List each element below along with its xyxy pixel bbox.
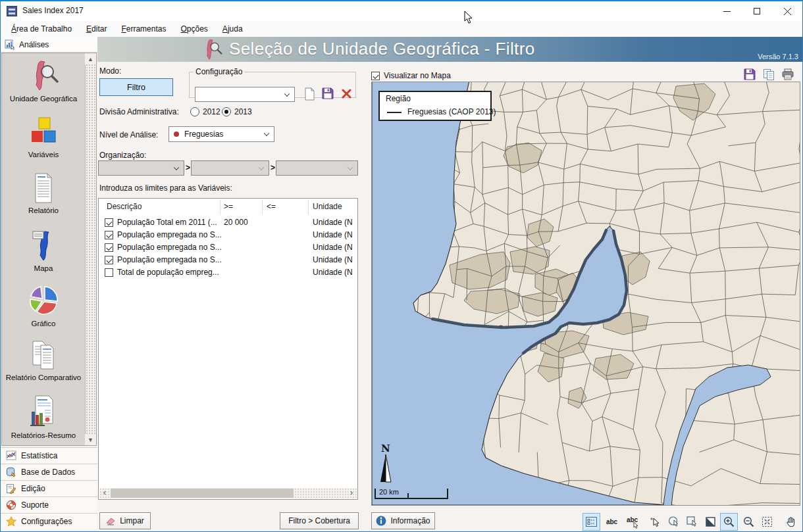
sidebar-scroll-down-arrow[interactable]: ▼ (85, 434, 96, 445)
sidebar-item-relatorio-label[interactable]: Relatório (2, 206, 85, 214)
tool-legend-toggle[interactable] (583, 513, 600, 531)
sidebar-item-variaveis-label[interactable]: Variáveis (2, 151, 85, 158)
nav-configuracoes[interactable]: Configurações (1, 513, 97, 529)
map-viewport[interactable]: Região Freguesias (CAOP 2013) N 20 km (371, 82, 800, 506)
table-row[interactable]: População Total em 2011 (... 20 000 Unid… (99, 216, 357, 229)
map-save-button[interactable] (742, 67, 757, 82)
sidebar-scroll-up-arrow[interactable]: ▲ (85, 53, 96, 64)
sidebar-item-grafico-label[interactable]: Gráfico (2, 320, 85, 327)
header-unidade[interactable]: Unidade (313, 202, 342, 211)
north-label: N (381, 443, 390, 454)
radio-2012[interactable] (190, 107, 199, 116)
organizacao-select-1[interactable] (98, 160, 184, 176)
visualizar-no-mapa-label[interactable]: Visualizar no Mapa (384, 71, 451, 80)
row-checkbox[interactable] (105, 268, 113, 277)
sidebar-item-grafico[interactable] (2, 285, 85, 318)
close-button[interactable] (772, 1, 802, 21)
table-horizontal-scrollbar[interactable]: ‹ › (99, 488, 357, 498)
map-copy-button[interactable] (762, 67, 776, 82)
tool-invert-selection[interactable] (702, 513, 719, 531)
header-le[interactable]: <= (267, 202, 276, 211)
visualizar-no-mapa-checkbox[interactable] (371, 72, 380, 80)
menu-opcoes[interactable]: Opções (175, 22, 213, 36)
tool-select-circle[interactable] (665, 513, 683, 531)
org-separator-1: > (186, 163, 190, 172)
tool-pan[interactable] (781, 513, 799, 531)
row-checkbox[interactable] (105, 218, 113, 227)
nivel-de-analise-select[interactable]: Freguesias (168, 126, 274, 142)
map-print-button[interactable] (781, 67, 795, 82)
maximize-button[interactable] (742, 1, 772, 21)
table-row[interactable]: População empregada no S... Unidade (N (99, 254, 357, 266)
nav-edicao[interactable]: Edição (1, 480, 97, 496)
circle-select-icon (668, 516, 679, 527)
analises-header[interactable]: Análises (1, 37, 97, 53)
table-row[interactable]: População empregada no S... Unidade (N (99, 229, 357, 241)
new-configuration-icon[interactable] (304, 87, 315, 101)
sidebar-scrollbar[interactable] (85, 53, 96, 445)
informacao-button[interactable]: Informação (371, 512, 435, 529)
scroll-right-arrow[interactable]: › (346, 488, 357, 498)
minimize-button[interactable] (712, 1, 742, 21)
menu-ferramentas[interactable]: Ferramentas (116, 22, 171, 36)
nivel-de-analise-value: Freguesias (184, 130, 223, 139)
sidebar-item-unidade-geografica-label[interactable]: Unidade Geográfica (2, 95, 85, 103)
tool-select-rectangle[interactable] (683, 513, 701, 531)
nav-suporte[interactable]: Suporte (1, 496, 97, 513)
sidebar-item-unidade-geografica[interactable] (2, 60, 85, 93)
row-checkbox[interactable] (105, 231, 113, 239)
sidebar-item-mapa-label[interactable]: Mapa (2, 264, 85, 272)
tool-zoom-extent[interactable] (758, 513, 776, 531)
scroll-left-arrow[interactable]: ‹ (99, 488, 110, 498)
organizacao-select-3[interactable] (276, 160, 358, 176)
pie-chart-icon (28, 285, 59, 318)
nav-estatistica[interactable]: Estatística (1, 447, 97, 464)
invert-icon (706, 517, 715, 527)
sidebar-item-mapa[interactable] (2, 229, 85, 262)
filtro-cobertura-button[interactable]: Filtro > Cobertura (280, 512, 359, 529)
menu-ajuda[interactable]: Ajuda (217, 22, 248, 36)
configuracao-select[interactable] (195, 87, 295, 102)
table-row[interactable]: Total de população empreg... Unidade (N (99, 266, 357, 279)
bottom-navigation: Estatística Base de Dados Edição Suporte… (1, 446, 97, 532)
header-ge[interactable]: >= (224, 202, 233, 211)
zoom-extent-icon (762, 516, 773, 527)
radio-2013[interactable] (222, 107, 231, 116)
radio-2012-label[interactable]: 2012 (203, 107, 220, 116)
map-portugal-icon (28, 229, 59, 262)
menu-editar[interactable]: Editar (81, 22, 112, 36)
organizacao-label: Organização: (99, 151, 146, 160)
sidebar-item-relatorio[interactable] (2, 172, 85, 205)
legend-list-icon (586, 517, 597, 527)
header-descricao[interactable]: Descrição (107, 202, 142, 211)
radio-2013-label[interactable]: 2013 (234, 107, 252, 116)
menu-area-de-trabalho[interactable]: Área de Trabalho (6, 22, 77, 36)
title-bar[interactable]: Sales Index 2017 (1, 1, 802, 21)
tool-zoom-out[interactable] (740, 513, 758, 531)
tool-zoom-in[interactable] (720, 513, 738, 531)
sidebar-item-relatorio-comparativo-label[interactable]: Relatório Comparativo (2, 374, 85, 381)
scrollbar-thumb[interactable] (111, 489, 294, 498)
sidebar-item-variaveis[interactable] (2, 116, 85, 149)
sidebar-item-relatorios-resumo[interactable] (2, 395, 85, 429)
informacao-label: Informação (390, 516, 430, 525)
sidebar-item-relatorios-resumo-label[interactable]: Relatórios-Resumo (2, 431, 85, 439)
table-row[interactable]: População empregada no S... Unidade (N (99, 241, 357, 254)
variables-table: Descrição >= <= Unidade População Total … (98, 198, 358, 500)
tool-labels[interactable]: abc (603, 513, 621, 531)
islet (499, 325, 503, 327)
row-checkbox[interactable] (105, 243, 113, 252)
tool-select-feature[interactable] (646, 513, 664, 531)
chevron-down-icon (259, 164, 264, 170)
filtro-mode-button[interactable]: Filtro (99, 78, 173, 96)
map-canvas[interactable] (372, 82, 800, 505)
limpar-button[interactable]: Limpar (99, 512, 151, 529)
delete-configuration-icon[interactable] (342, 89, 351, 99)
tool-label-select[interactable]: abc (623, 513, 641, 531)
org-separator-2: > (271, 163, 275, 172)
save-configuration-icon[interactable] (322, 87, 334, 99)
sidebar-item-relatorio-comparativo[interactable] (2, 339, 85, 372)
organizacao-select-2[interactable] (191, 160, 269, 176)
row-checkbox[interactable] (105, 256, 113, 264)
nav-base-de-dados[interactable]: Base de Dados (1, 464, 97, 480)
